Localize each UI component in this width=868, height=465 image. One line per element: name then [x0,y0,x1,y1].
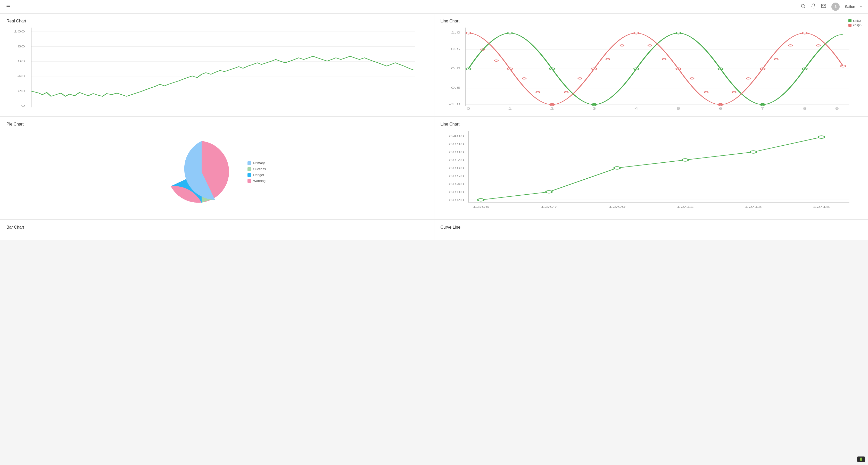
success-dot [247,167,251,171]
svg-text:6400: 6400 [449,134,464,137]
svg-point-69 [774,58,778,60]
svg-point-52 [536,91,539,93]
svg-point-55 [578,78,582,79]
data-point-6 [818,136,825,138]
sincos-svg: 1.0 0.5 0.0 -0.5 -1.0 0 1 2 3 4 5 6 7 8 … [441,28,862,110]
svg-text:1.0: 1.0 [451,31,460,34]
svg-text:40: 40 [18,74,25,78]
curve-line-title: Curve Line [441,225,862,230]
warning-dot [247,179,251,183]
primary-label: Primary [253,161,265,165]
chevron-down-icon: ▾ [860,5,862,8]
line-chart-sincos-title: Line Chart [441,19,862,24]
svg-text:-1.0: -1.0 [448,102,460,106]
search-icon[interactable] [801,3,806,10]
line-chart2-container: 6400 6390 6380 6370 6360 6350 6340 6330 … [441,131,862,213]
svg-text:9: 9 [835,107,839,110]
legend-primary: Primary [247,161,266,165]
mail-icon[interactable] [821,3,826,10]
dashboard: Real Chart 100 80 60 40 20 0 [0,13,868,240]
svg-text:6340: 6340 [449,183,464,186]
svg-text:12/07: 12/07 [540,205,557,208]
legend-sin: sin(x) [848,19,862,23]
top-bar-left: ☰ [6,4,10,9]
svg-point-0 [802,4,805,7]
svg-text:0.5: 0.5 [451,48,460,51]
sincos-legend: sin(x) cos(x) [848,19,862,27]
user-name[interactable]: Saifun [845,5,855,9]
svg-text:12/05: 12/05 [472,205,489,208]
real-chart-svg: 100 80 60 40 20 0 [6,28,428,110]
danger-dot [247,173,251,177]
svg-point-51 [522,78,526,79]
svg-point-61 [662,58,665,60]
svg-point-49 [494,60,498,61]
data-point-2 [546,190,552,193]
svg-point-64 [704,91,708,93]
legend-success: Success [247,167,266,171]
svg-text:12/13: 12/13 [745,205,762,208]
sin-color-dot [848,19,851,22]
svg-text:6320: 6320 [449,198,464,201]
svg-text:0: 0 [21,104,25,107]
svg-point-63 [690,78,694,79]
data-point-4 [682,158,688,161]
pie-chart-panel: Pie Chart [0,117,434,220]
svg-text:6330: 6330 [449,190,464,193]
top-bar: ☰ S Saifun ▾ [0,0,868,13]
svg-point-60 [648,44,651,46]
cos-label: cos(x) [853,24,862,27]
pie-legend: Primary Success Danger Warning [247,161,266,183]
svg-text:20: 20 [18,89,25,93]
svg-text:0: 0 [466,107,470,110]
svg-point-66 [732,91,736,93]
line-chart2-panel: Line Chart 6400 6390 6380 6370 6360 6350… [434,117,868,220]
data-point-3 [614,166,620,169]
svg-point-67 [746,78,750,79]
legend-cos: cos(x) [848,24,862,27]
svg-text:6360: 6360 [449,166,464,169]
svg-text:6350: 6350 [449,175,464,178]
warning-label: Warning [253,179,266,183]
svg-line-1 [804,7,805,8]
svg-point-58 [620,44,624,46]
sin-label: sin(x) [853,19,861,23]
data-point-1 [478,198,484,201]
legend-warning: Warning [247,179,266,183]
svg-text:80: 80 [18,44,25,48]
danger-label: Danger [253,173,264,177]
svg-point-72 [816,44,820,46]
data-point-5 [750,151,756,153]
svg-text:1: 1 [508,107,512,110]
bar-chart-panel: Bar Chart [0,220,434,240]
avatar: S [831,3,840,11]
svg-text:7: 7 [761,107,764,110]
svg-text:0.0: 0.0 [451,66,460,70]
real-chart-title: Real Chart [6,19,428,24]
svg-text:2: 2 [550,107,554,110]
line-chart-sincos-panel: Line Chart sin(x) cos(x) 1.0 0.5 0.0 -0.… [434,13,868,117]
svg-text:6390: 6390 [449,143,464,146]
svg-text:3: 3 [592,107,596,110]
top-bar-right: S Saifun ▾ [801,3,862,11]
svg-text:100: 100 [14,30,25,33]
pie-layout: Primary Success Danger Warning [6,131,428,213]
menu-icon[interactable]: ☰ [6,4,10,9]
svg-text:12/11: 12/11 [677,205,693,208]
svg-text:12/09: 12/09 [609,205,625,208]
svg-text:5: 5 [677,107,680,110]
svg-text:4: 4 [634,107,638,110]
linechart2-svg: 6400 6390 6380 6370 6360 6350 6340 6330 … [441,131,862,213]
svg-point-57 [606,58,610,60]
svg-text:60: 60 [18,59,25,63]
legend-danger: Danger [247,173,266,177]
svg-text:6380: 6380 [449,151,464,154]
bell-icon[interactable] [811,3,816,10]
svg-point-70 [788,44,792,46]
curve-line-panel: Curve Line [434,220,868,240]
success-label: Success [253,167,266,171]
real-chart-panel: Real Chart 100 80 60 40 20 0 [0,13,434,117]
svg-text:12/15: 12/15 [813,205,830,208]
cos-color-dot [848,24,851,27]
sincos-chart-container: 1.0 0.5 0.0 -0.5 -1.0 0 1 2 3 4 5 6 7 8 … [441,28,862,110]
